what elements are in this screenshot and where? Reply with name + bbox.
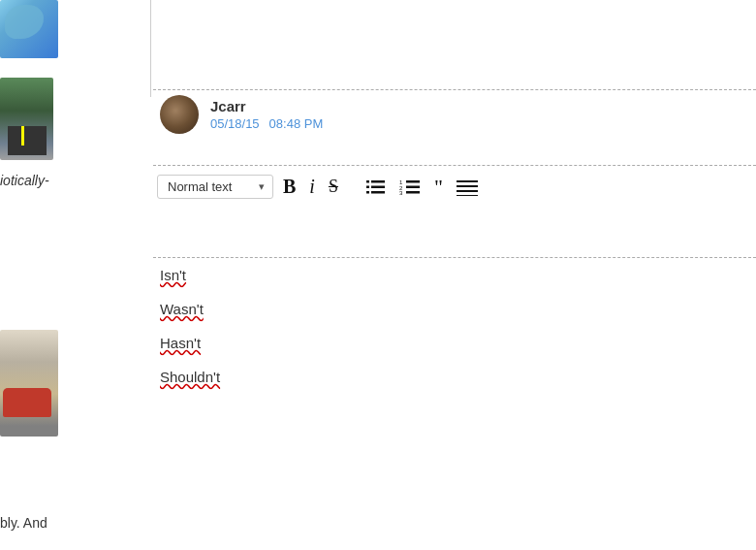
blockquote-icon: "	[434, 177, 443, 198]
bold-button[interactable]: B	[279, 174, 299, 200]
ordered-list-icon: 1 2 3	[399, 178, 421, 196]
svg-rect-2	[366, 185, 369, 188]
chevron-down-icon: ▾	[259, 180, 265, 193]
dropdown-label: Normal text	[168, 179, 232, 194]
bottom-partial-text: bly. And	[0, 515, 47, 531]
strikethrough-button[interactable]: S	[325, 175, 342, 199]
bottom-image	[0, 330, 58, 437]
svg-rect-9	[406, 185, 420, 188]
user-timestamp: 05/18/15 08:48 PM	[210, 116, 323, 131]
italic-button[interactable]: i	[305, 174, 319, 200]
svg-rect-1	[371, 180, 385, 183]
content-line-1: Isn't	[160, 267, 746, 283]
page-container: iotically- bly. And Jcarr 05/18/15 08:48…	[0, 0, 756, 550]
svg-rect-12	[457, 180, 478, 182]
svg-text:3: 3	[399, 190, 403, 196]
svg-rect-3	[371, 185, 385, 188]
mid-image	[0, 78, 53, 160]
username: Jcarr	[210, 98, 323, 114]
left-sidebar: iotically- bly. And	[0, 0, 141, 550]
svg-rect-15	[457, 195, 478, 196]
content-line-3: Hasn't	[160, 335, 746, 351]
top-image	[0, 0, 58, 58]
vertical-divider	[150, 0, 151, 97]
content-line-2: Wasn't	[160, 301, 746, 317]
blockquote-button[interactable]: "	[430, 175, 447, 200]
dashed-separator-1	[153, 89, 756, 90]
dashed-separator-3	[153, 257, 756, 258]
ordered-list-button[interactable]: 1 2 3	[395, 177, 425, 198]
user-meta: Jcarr 05/18/15 08:48 PM	[210, 98, 323, 131]
svg-rect-4	[366, 191, 369, 194]
svg-rect-5	[371, 191, 385, 194]
horizontal-rule-icon	[457, 178, 478, 196]
unordered-list-icon	[366, 178, 386, 196]
timestamp-time: 08:48 PM	[269, 116, 324, 131]
unordered-list-button[interactable]	[362, 177, 390, 198]
svg-rect-14	[457, 190, 478, 192]
horizontal-rule-button[interactable]	[453, 177, 482, 198]
content-line-4: Shouldn't	[160, 369, 746, 385]
content-area: Isn't Wasn't Hasn't Shouldn't	[160, 267, 746, 403]
svg-rect-11	[406, 191, 420, 194]
svg-rect-0	[366, 180, 369, 183]
formatting-toolbar: Normal text ▾ B i S 1 2 3	[157, 170, 482, 204]
timestamp-date: 05/18/15	[210, 116, 260, 131]
svg-rect-7	[406, 180, 420, 183]
dashed-separator-2	[153, 165, 756, 166]
text-style-dropdown[interactable]: Normal text ▾	[157, 175, 273, 199]
sidebar-partial-text: iotically-	[0, 173, 49, 188]
svg-rect-13	[457, 185, 478, 187]
user-info-row: Jcarr 05/18/15 08:48 PM	[160, 95, 323, 134]
avatar	[160, 95, 199, 134]
